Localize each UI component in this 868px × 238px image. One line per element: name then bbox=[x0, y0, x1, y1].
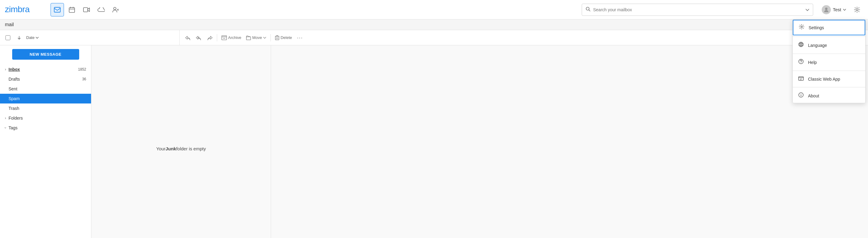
reply-button[interactable] bbox=[183, 34, 192, 41]
toolbar-divider-2 bbox=[271, 34, 271, 41]
search-icon[interactable] bbox=[586, 7, 591, 13]
reply-all-button[interactable] bbox=[194, 34, 204, 41]
reply-all-icon bbox=[195, 35, 202, 40]
empty-message-bold: Junk bbox=[165, 146, 176, 151]
spam-label: Spam bbox=[8, 96, 86, 101]
search-input[interactable] bbox=[593, 7, 806, 12]
right-pane bbox=[271, 45, 868, 238]
dropdown-item-settings[interactable]: Settings bbox=[793, 20, 865, 35]
user-menu-button[interactable]: Test bbox=[819, 3, 848, 16]
sort-date-label: Date bbox=[26, 35, 34, 40]
language-menu-label: Language bbox=[808, 43, 827, 48]
nav-icons bbox=[51, 3, 122, 16]
more-button[interactable]: ··· bbox=[295, 33, 305, 42]
video-nav-button[interactable] bbox=[80, 3, 93, 16]
help-icon bbox=[798, 59, 804, 66]
svg-point-12 bbox=[801, 26, 803, 28]
sidebar-item-spam[interactable]: › Spam bbox=[0, 94, 91, 103]
inbox-label: Inbox bbox=[8, 67, 78, 72]
folders-chevron-icon: › bbox=[5, 116, 6, 120]
delete-label: Delete bbox=[280, 35, 292, 40]
email-content-area: Your Junk folder is empty bbox=[91, 45, 271, 238]
reply-icon bbox=[185, 35, 191, 40]
inbox-chevron-icon: › bbox=[5, 67, 6, 71]
zimbra-logo-svg: zimbra bbox=[5, 3, 44, 14]
logo: zimbra bbox=[5, 3, 44, 16]
user-chevron-icon bbox=[843, 9, 846, 11]
classic-web-app-menu-label: Classic Web App bbox=[808, 77, 840, 81]
header-right: Test bbox=[819, 3, 863, 16]
sort-chevron-icon bbox=[36, 37, 39, 39]
sort-down-button[interactable] bbox=[17, 36, 21, 40]
dropdown-divider-2 bbox=[793, 54, 865, 54]
svg-rect-11 bbox=[275, 36, 279, 40]
more-dots-icon: ··· bbox=[297, 34, 303, 41]
move-button[interactable]: Move bbox=[244, 34, 268, 41]
trash-label: Trash bbox=[8, 106, 86, 111]
archive-label: Archive bbox=[228, 35, 241, 40]
archive-icon bbox=[221, 35, 227, 40]
drafts-label: Drafts bbox=[8, 77, 82, 81]
sidebar-item-folders[interactable]: › Folders bbox=[0, 113, 91, 123]
email-list-toolbar: Date bbox=[0, 30, 180, 45]
inbox-badge: 1852 bbox=[78, 67, 86, 71]
logo-text: zimbra bbox=[5, 3, 44, 16]
toolbar-row: Date Archive Move Delete ··· bbox=[0, 30, 868, 45]
forward-icon bbox=[207, 35, 213, 40]
svg-rect-9 bbox=[222, 36, 226, 37]
sidebar-item-tags[interactable]: › Tags bbox=[0, 123, 91, 133]
svg-point-14 bbox=[800, 42, 802, 47]
empty-message-prefix: Your bbox=[156, 146, 165, 151]
about-icon bbox=[798, 92, 804, 99]
svg-point-6 bbox=[825, 8, 828, 10]
tags-chevron-icon: › bbox=[3, 127, 8, 129]
sidebar-item-sent[interactable]: › Sent bbox=[0, 84, 91, 94]
help-menu-label: Help bbox=[808, 60, 817, 65]
delete-button[interactable]: Delete bbox=[273, 34, 294, 41]
dropdown-item-language[interactable]: Language bbox=[793, 38, 865, 53]
classic-web-app-icon bbox=[798, 76, 804, 82]
cloud-nav-button[interactable] bbox=[94, 3, 108, 16]
dropdown-divider-3 bbox=[793, 71, 865, 71]
svg-rect-1 bbox=[54, 7, 60, 12]
new-message-button[interactable]: NEW MESSAGE bbox=[12, 49, 79, 60]
svg-point-16 bbox=[801, 63, 801, 63]
select-all-checkbox-area[interactable] bbox=[4, 33, 12, 42]
dropdown-item-help[interactable]: Help bbox=[793, 55, 865, 69]
forward-button[interactable] bbox=[205, 34, 214, 41]
folders-label: Folders bbox=[8, 116, 86, 121]
contacts-nav-button[interactable] bbox=[109, 3, 122, 16]
header: zimbra Tes bbox=[0, 0, 868, 20]
empty-folder-message: Your Junk folder is empty bbox=[91, 45, 271, 238]
sidebar-item-trash[interactable]: › Trash bbox=[0, 103, 91, 113]
sidebar-item-drafts[interactable]: › Drafts 36 bbox=[0, 74, 91, 84]
dropdown-item-classic-web-app[interactable]: Classic Web App bbox=[793, 72, 865, 86]
search-chevron-icon[interactable] bbox=[806, 7, 809, 12]
archive-button[interactable]: Archive bbox=[220, 34, 243, 41]
page-title: mail bbox=[5, 22, 14, 27]
settings-menu-label: Settings bbox=[809, 25, 824, 30]
drafts-badge: 36 bbox=[82, 77, 86, 81]
svg-point-4 bbox=[114, 7, 116, 10]
mail-nav-button[interactable] bbox=[51, 3, 64, 16]
dropdown-item-about[interactable]: About bbox=[793, 89, 865, 103]
move-label: Move bbox=[252, 35, 262, 40]
svg-point-7 bbox=[856, 8, 858, 11]
empty-message-suffix: folder is empty bbox=[176, 146, 206, 151]
select-all-checkbox[interactable] bbox=[5, 35, 10, 40]
sent-label: Sent bbox=[8, 87, 86, 91]
svg-rect-3 bbox=[84, 8, 88, 12]
sidebar-item-inbox[interactable]: › Inbox 1852 bbox=[0, 65, 91, 74]
calendar-nav-button[interactable] bbox=[65, 3, 79, 16]
svg-text:zimbra: zimbra bbox=[5, 5, 30, 14]
tags-label: Tags bbox=[8, 125, 86, 130]
about-menu-label: About bbox=[808, 94, 819, 98]
settings-gear-button[interactable] bbox=[851, 4, 863, 16]
sort-date-button[interactable]: Date bbox=[26, 35, 39, 40]
move-chevron-icon bbox=[263, 37, 266, 39]
email-list-area: Your Junk folder is empty bbox=[91, 45, 271, 238]
message-toolbar: Archive Move Delete ··· bbox=[180, 30, 868, 45]
delete-icon bbox=[275, 35, 279, 40]
dropdown-menu: Settings Language Help Classic Web App A… bbox=[793, 20, 866, 103]
avatar bbox=[822, 5, 831, 14]
